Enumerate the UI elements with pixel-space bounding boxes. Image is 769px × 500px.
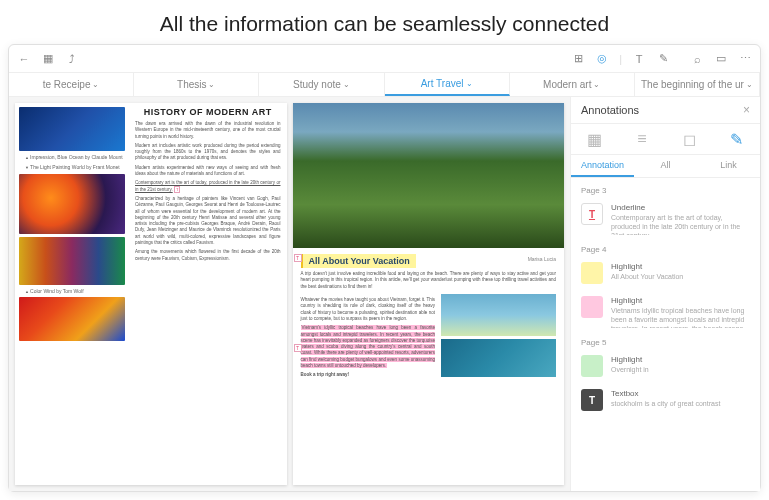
annotation-marker-icon[interactable]: T: [174, 186, 180, 193]
annotation-list[interactable]: Page 3TUnderlineContemporary art is the …: [571, 178, 760, 491]
p1-para-5: Characterized by a heritage of painters …: [135, 196, 280, 246]
p2-para-1: Whatever the movies have taught you abou…: [301, 297, 436, 322]
p1-underlined: Contemporary art is the art of today, pr…: [135, 180, 280, 193]
tab-study-note[interactable]: Study note⌄: [259, 73, 384, 96]
grid-view-icon[interactable]: ⊞: [571, 52, 585, 66]
page-3: Impression, Blue Ocean by Claude Mount T…: [15, 103, 287, 485]
annotation-swatch: [581, 296, 603, 318]
page-label: Page 3: [571, 182, 760, 197]
app-window: ← ▦ ⤴ ⊞ ◎ | T ✎ ⌕ ▭ ⋯ te Receipe⌄ Thesis…: [8, 44, 761, 492]
annotation-swatch: [581, 355, 603, 377]
document-viewer[interactable]: Impression, Blue Ocean by Claude Mount T…: [9, 97, 570, 491]
more-icon[interactable]: ⋯: [738, 52, 752, 66]
annotations-sidebar: Annotations × ▦ ≡ ◻ ✎ Annotation All Lin…: [570, 97, 760, 491]
annotation-text: Overnight in: [611, 365, 750, 374]
grid-icon[interactable]: ▦: [41, 52, 55, 66]
vacation-title: All About Your Vacation: [301, 254, 416, 268]
page-label: Page 4: [571, 241, 760, 256]
annotation-text: stockholm is a city of great contrast: [611, 399, 750, 408]
annotation-item[interactable]: HighlightOvernight in: [571, 349, 760, 383]
view-annotations-icon[interactable]: ✎: [727, 130, 745, 148]
caption-2: The Light Painting World by Frant Monet: [19, 164, 125, 171]
art-image-4: [19, 297, 125, 341]
sidebar-title: Annotations: [581, 104, 639, 116]
tab-art-travel[interactable]: Art Travel⌄: [385, 73, 510, 96]
highlight-icon[interactable]: ✎: [656, 52, 670, 66]
document-tabs: te Receipe⌄ Thesis⌄ Study note⌄ Art Trav…: [9, 73, 760, 97]
close-icon[interactable]: ×: [743, 103, 750, 117]
annotation-text: Contemporary art is the art of today, pr…: [611, 213, 750, 235]
annotation-type: Underline: [611, 203, 750, 212]
p1-para-3: Modern artists experimented with new way…: [135, 165, 280, 178]
annotation-marker-icon[interactable]: T: [294, 344, 302, 352]
view-grid-icon[interactable]: ▦: [586, 130, 604, 148]
p1-para-2: Modern art includes artistic work produc…: [135, 143, 280, 162]
tab-thesis[interactable]: Thesis⌄: [134, 73, 259, 96]
text-tool-icon[interactable]: T: [632, 52, 646, 66]
page-4: T All About Your Vacation Marisa Lucia A…: [293, 103, 565, 485]
annotation-marker-icon[interactable]: T: [294, 254, 302, 262]
annotation-text: All About Your Vacation: [611, 272, 750, 281]
annotation-item[interactable]: TUnderlineContemporary art is the art of…: [571, 197, 760, 241]
byline: Marisa Lucia: [528, 256, 556, 262]
reader-icon[interactable]: ◎: [595, 52, 609, 66]
annotation-type: Highlight: [611, 296, 750, 305]
p2-highlight: Vietnam's idyllic tropical beaches have …: [301, 325, 436, 369]
search-icon[interactable]: ⌕: [690, 52, 704, 66]
sidebar-tab-annotation[interactable]: Annotation: [571, 155, 634, 177]
annotation-type: Textbox: [611, 389, 750, 398]
art-image-1: [19, 107, 125, 151]
hero-image: [293, 103, 565, 248]
share-icon[interactable]: ⤴: [65, 52, 79, 66]
view-bookmark-icon[interactable]: ◻: [680, 130, 698, 148]
sidebar-tab-link[interactable]: Link: [697, 155, 760, 177]
p1-para-6: Among the movements which flowered in th…: [135, 249, 280, 262]
annotation-swatch: T: [581, 203, 603, 225]
tab-receipe[interactable]: te Receipe⌄: [9, 73, 134, 96]
surf-image: [441, 339, 556, 377]
toolbar: ← ▦ ⤴ ⊞ ◎ | T ✎ ⌕ ▭ ⋯: [9, 45, 760, 73]
page-label: Page 5: [571, 334, 760, 349]
sidebar-toggle-icon[interactable]: ▭: [714, 52, 728, 66]
p2-intro: A trip doesn't just involve eating incre…: [301, 271, 557, 290]
caption-3: Color Wind by Tom Wolf: [19, 288, 125, 295]
art-image-3: [19, 237, 125, 285]
p2-cta: Book a trip right away!: [301, 372, 436, 378]
main-area: Impression, Blue Ocean by Claude Mount T…: [9, 97, 760, 491]
back-icon[interactable]: ←: [17, 52, 31, 66]
page1-title: HISTORY OF MODERN ART: [135, 107, 280, 117]
p1-para-1: The dawn era arrived with the dawn of th…: [135, 121, 280, 140]
tab-modern-art[interactable]: Modern art⌄: [510, 73, 635, 96]
annotation-type: Highlight: [611, 262, 750, 271]
beach-image: [441, 294, 556, 336]
annotation-item[interactable]: HighlightAll About Your Vacation: [571, 256, 760, 290]
art-image-2: [19, 174, 125, 234]
annotation-text: Vietnams idyllic tropical beaches have l…: [611, 306, 750, 328]
view-list-icon[interactable]: ≡: [633, 130, 651, 148]
annotation-item[interactable]: TTextboxstockholm is a city of great con…: [571, 383, 760, 417]
annotation-swatch: [581, 262, 603, 284]
tab-beginning[interactable]: The beginning of the ur⌄: [635, 73, 760, 96]
annotation-item[interactable]: HighlightVietnams idyllic tropical beach…: [571, 290, 760, 334]
annotation-type: Highlight: [611, 355, 750, 364]
sidebar-tab-all[interactable]: All: [634, 155, 697, 177]
banner-text: All the information can be seamlessly co…: [0, 0, 769, 48]
annotation-swatch: T: [581, 389, 603, 411]
caption-1: Impression, Blue Ocean by Claude Mount: [19, 154, 125, 161]
